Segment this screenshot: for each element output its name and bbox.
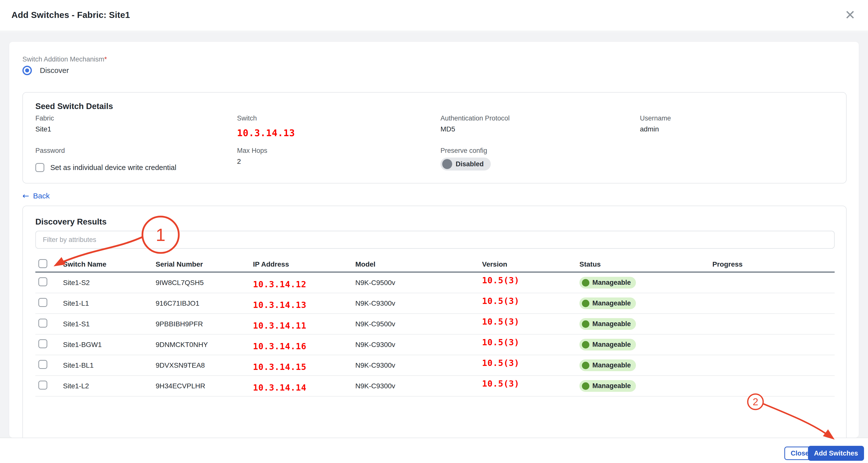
version: 10.5(3) xyxy=(482,379,580,389)
serial-number: 9DVXSN9TEA8 xyxy=(156,362,253,369)
row-checkbox[interactable] xyxy=(38,319,47,328)
field-username: Username admin xyxy=(640,115,671,133)
row-checkbox[interactable] xyxy=(38,380,47,390)
write-credential-row: Set as individual device write credentia… xyxy=(35,163,176,172)
table-row: Site1-BGW1 9DNMCKT0NHY 10.3.14.16 N9K-C9… xyxy=(35,335,835,355)
field-max-hops: Max Hops 2 xyxy=(237,147,268,165)
radio-selected-icon[interactable] xyxy=(23,66,32,75)
status-dot-icon xyxy=(582,362,589,369)
serial-number: 9IW8CL7QSH5 xyxy=(156,279,253,287)
col-ip-address: IP Address xyxy=(253,260,355,268)
ip-address: 10.3.14.13 xyxy=(253,300,355,310)
radio-label: Discover xyxy=(40,66,69,75)
close-icon[interactable]: ✕ xyxy=(843,7,858,22)
switch-name: Site1-S2 xyxy=(63,279,156,287)
switch-name: Site1-BGW1 xyxy=(63,341,156,349)
field-preserve-config: Preserve config Disabled xyxy=(440,147,491,171)
table-row: Site1-S2 9IW8CL7QSH5 10.3.14.12 N9K-C950… xyxy=(35,273,835,293)
status-badge: Manageable xyxy=(580,360,636,371)
toggle-knob-icon xyxy=(442,159,452,169)
ip-address: 10.3.14.14 xyxy=(253,382,355,393)
field-auth-protocol: Authentication Protocol MD5 xyxy=(440,115,510,133)
modal-body: Switch Addition Mechanism* Discover Seed… xyxy=(0,32,868,438)
serial-number: 9PBBIBH9PFR xyxy=(156,320,253,328)
col-status: Status xyxy=(580,260,712,268)
col-serial-number: Serial Number xyxy=(156,260,253,268)
preserve-config-toggle[interactable]: Disabled xyxy=(440,158,491,171)
version: 10.5(3) xyxy=(482,296,580,306)
model: N9K-C9300v xyxy=(355,341,482,349)
row-checkbox[interactable] xyxy=(38,339,47,348)
status-dot-icon xyxy=(582,300,589,307)
status-badge: Manageable xyxy=(580,380,636,392)
version: 10.5(3) xyxy=(482,358,580,368)
discovery-card-title: Discovery Results xyxy=(35,217,106,226)
add-switches-button[interactable]: Add Switches xyxy=(808,446,864,461)
col-progress: Progress xyxy=(712,260,835,268)
table-row: Site1-S1 9PBBIBH9PFR 10.3.14.11 N9K-C950… xyxy=(35,314,835,335)
status-badge: Manageable xyxy=(580,339,636,350)
switch-name: Site1-BL1 xyxy=(63,362,156,369)
field-password: Password xyxy=(35,147,65,155)
seed-switch-ip: 10.3.14.13 xyxy=(237,128,295,138)
serial-number: 916C71IBJO1 xyxy=(156,300,253,307)
discovery-table: Switch Name Serial Number IP Address Mod… xyxy=(35,257,835,397)
row-checkbox[interactable] xyxy=(38,360,47,369)
filter-input[interactable] xyxy=(35,231,835,249)
write-credential-checkbox[interactable] xyxy=(35,163,44,172)
row-checkbox[interactable] xyxy=(38,298,47,307)
back-arrow-icon: ← xyxy=(23,191,29,200)
table-header-row: Switch Name Serial Number IP Address Mod… xyxy=(35,257,835,273)
modal-footer: Close Add Switches xyxy=(0,438,868,463)
back-label: Back xyxy=(33,192,50,200)
table-row: Site1-L1 916C71IBJO1 10.3.14.13 N9K-C930… xyxy=(35,293,835,314)
status-badge: Manageable xyxy=(580,298,636,309)
model: N9K-C9300v xyxy=(355,362,482,369)
write-credential-label: Set as individual device write credentia… xyxy=(50,163,176,172)
table-row: Site1-BL1 9DVXSN9TEA8 10.3.14.15 N9K-C93… xyxy=(35,355,835,376)
ip-address: 10.3.14.16 xyxy=(253,341,355,351)
ip-address: 10.3.14.11 xyxy=(253,320,355,331)
back-link[interactable]: ← Back xyxy=(23,191,50,200)
select-all-checkbox[interactable] xyxy=(38,259,47,268)
status-dot-icon xyxy=(582,320,589,328)
field-fabric: Fabric Site1 xyxy=(35,115,54,133)
ip-address: 10.3.14.12 xyxy=(253,279,355,289)
status-dot-icon xyxy=(582,279,589,286)
switch-name: Site1-L1 xyxy=(63,300,156,307)
seed-card-title: Seed Switch Details xyxy=(35,101,113,111)
status-badge: Manageable xyxy=(580,277,636,288)
model: N9K-C9500v xyxy=(355,279,482,287)
mechanism-label: Switch Addition Mechanism* xyxy=(23,56,107,63)
col-model: Model xyxy=(355,260,482,268)
col-version: Version xyxy=(482,260,580,268)
page-title: Add Switches - Fabric: Site1 xyxy=(11,10,130,20)
seed-switch-details-card: Seed Switch Details Fabric Site1 Switch … xyxy=(23,92,846,183)
required-asterisk: * xyxy=(104,56,107,63)
switch-name: Site1-S1 xyxy=(63,320,156,328)
version: 10.5(3) xyxy=(482,337,580,347)
switch-name: Site1-L2 xyxy=(63,382,156,390)
model: N9K-C9300v xyxy=(355,300,482,307)
serial-number: 9DNMCKT0NHY xyxy=(156,341,253,349)
row-checkbox[interactable] xyxy=(38,277,47,286)
col-switch-name: Switch Name xyxy=(63,260,156,268)
wizard-panel: Switch Addition Mechanism* Discover Seed… xyxy=(9,42,859,438)
status-dot-icon xyxy=(582,341,589,348)
table-row: Site1-L2 9H34ECVPLHR 10.3.14.14 N9K-C930… xyxy=(35,376,835,397)
mechanism-radio-discover[interactable]: Discover xyxy=(23,66,69,75)
status-dot-icon xyxy=(582,382,589,390)
ip-address: 10.3.14.15 xyxy=(253,362,355,372)
modal-header: Add Switches - Fabric: Site1 ✕ xyxy=(0,0,868,31)
serial-number: 9H34ECVPLHR xyxy=(156,382,253,390)
status-badge: Manageable xyxy=(580,318,636,330)
version: 10.5(3) xyxy=(482,275,580,285)
discovery-results-card: Discovery Results Switch Name Serial Num… xyxy=(23,206,846,463)
model: N9K-C9500v xyxy=(355,320,482,328)
version: 10.5(3) xyxy=(482,317,580,327)
field-switch: Switch 10.3.14.13 xyxy=(237,115,295,138)
model: N9K-C9300v xyxy=(355,382,482,390)
